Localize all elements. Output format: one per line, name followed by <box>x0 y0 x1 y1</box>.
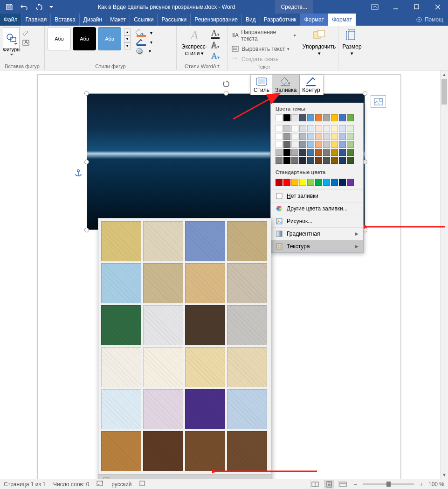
color-swatch[interactable] <box>307 179 314 186</box>
zoom-out-button[interactable]: − <box>352 481 359 488</box>
color-swatch[interactable] <box>276 179 283 186</box>
style-swatch[interactable]: Абв <box>48 27 71 50</box>
color-swatch[interactable] <box>299 133 306 140</box>
texture-swatch[interactable] <box>101 305 141 345</box>
zoom-slider[interactable] <box>363 483 414 485</box>
color-swatch[interactable] <box>283 149 290 156</box>
tab-layout[interactable]: Макет <box>106 14 130 26</box>
tab-insert[interactable]: Вставка <box>51 14 80 26</box>
color-swatch[interactable] <box>276 125 283 132</box>
color-swatch[interactable] <box>331 179 338 186</box>
mini-style-button[interactable]: Стиль <box>251 75 272 95</box>
texture-swatch[interactable] <box>143 263 183 303</box>
color-swatch[interactable] <box>347 133 354 140</box>
spellcheck-button[interactable] <box>96 480 104 488</box>
color-swatch[interactable] <box>315 179 322 186</box>
tab-developer[interactable]: Разработчик <box>260 14 301 26</box>
color-swatch[interactable] <box>291 141 298 148</box>
close-button[interactable] <box>427 0 448 14</box>
redo-button[interactable] <box>33 1 46 13</box>
texture-swatch[interactable] <box>185 347 225 387</box>
color-swatch[interactable] <box>339 141 346 148</box>
maximize-button[interactable] <box>406 0 427 14</box>
texture-swatch[interactable] <box>227 347 267 387</box>
tab-format-shape[interactable]: Формат <box>328 14 356 26</box>
text-effects-button[interactable]: A▾ <box>211 52 220 60</box>
resize-handle[interactable] <box>84 228 89 232</box>
gallery-up[interactable]: ▴ <box>124 28 131 35</box>
zoom-level[interactable]: 100 % <box>428 481 444 488</box>
tab-home[interactable]: Главная <box>22 14 51 26</box>
color-swatch[interactable] <box>347 149 354 156</box>
texture-swatch[interactable] <box>185 431 225 471</box>
color-swatch[interactable] <box>299 179 306 186</box>
color-swatch[interactable] <box>307 114 314 121</box>
color-swatch[interactable] <box>307 125 314 132</box>
color-swatch[interactable] <box>276 157 283 164</box>
style-swatch[interactable]: Абв <box>98 27 121 50</box>
rotate-handle[interactable] <box>222 80 230 88</box>
qat-customize[interactable] <box>48 1 55 13</box>
color-swatch[interactable] <box>331 157 338 164</box>
texture-swatch[interactable] <box>227 263 267 303</box>
texture-swatch[interactable] <box>227 221 267 261</box>
color-swatch[interactable] <box>323 114 330 121</box>
ribbon-options-button[interactable] <box>364 0 385 14</box>
color-swatch[interactable] <box>307 133 314 140</box>
color-swatch[interactable] <box>323 125 330 132</box>
color-swatch[interactable] <box>315 114 322 121</box>
texture-swatch[interactable] <box>143 389 183 429</box>
color-swatch[interactable] <box>323 141 330 148</box>
color-swatch[interactable] <box>283 179 290 186</box>
color-swatch[interactable] <box>339 133 346 140</box>
color-swatch[interactable] <box>339 114 346 121</box>
shapes-gallery[interactable] <box>3 27 20 49</box>
color-swatch[interactable] <box>339 179 346 186</box>
text-outline-button[interactable]: A▾ <box>211 41 220 49</box>
color-swatch[interactable] <box>291 149 298 156</box>
color-swatch[interactable] <box>323 133 330 140</box>
color-swatch[interactable] <box>347 179 354 186</box>
page-count[interactable]: Страница 1 из 1 <box>4 481 46 488</box>
color-swatch[interactable] <box>347 157 354 164</box>
scroll-thumb[interactable] <box>441 79 447 105</box>
color-swatch[interactable] <box>347 141 354 148</box>
color-swatch[interactable] <box>299 125 306 132</box>
texture-swatch[interactable] <box>101 347 141 387</box>
style-swatch[interactable]: Абв <box>73 27 96 50</box>
color-swatch[interactable] <box>323 149 330 156</box>
color-swatch[interactable] <box>331 114 338 121</box>
color-swatch[interactable] <box>307 149 314 156</box>
tab-view[interactable]: Вид <box>242 14 260 26</box>
texture-swatch[interactable] <box>143 221 183 261</box>
color-swatch[interactable] <box>276 141 283 148</box>
read-mode-button[interactable] <box>310 480 320 489</box>
tab-review[interactable]: Рецензирование <box>191 14 242 26</box>
language-button[interactable]: русский <box>111 481 131 488</box>
color-swatch[interactable] <box>291 157 298 164</box>
texture-swatch[interactable] <box>101 263 141 303</box>
texture-swatch[interactable] <box>227 431 267 471</box>
color-swatch[interactable] <box>315 133 322 140</box>
color-swatch[interactable] <box>347 125 354 132</box>
tab-design[interactable]: Дизайн <box>80 14 106 26</box>
minimize-button[interactable] <box>385 0 406 14</box>
color-swatch[interactable] <box>323 179 330 186</box>
color-swatch[interactable] <box>307 141 314 148</box>
size-button[interactable]: Размер▾ <box>341 27 363 57</box>
text-direction-button[interactable]: ⅡA Направление текста ▾ <box>231 28 297 42</box>
zoom-in-button[interactable]: + <box>418 481 425 488</box>
texture-swatch[interactable] <box>101 431 141 471</box>
color-swatch[interactable] <box>291 114 298 121</box>
align-text-button[interactable]: Выровнять текст ▾ <box>231 45 297 53</box>
color-swatch[interactable] <box>307 157 314 164</box>
color-swatch[interactable] <box>291 125 298 132</box>
undo-button[interactable] <box>18 1 31 13</box>
color-swatch[interactable] <box>299 149 306 156</box>
account-area[interactable] <box>313 0 364 14</box>
tab-mailings[interactable]: Рассылки <box>158 14 191 26</box>
color-swatch[interactable] <box>283 141 290 148</box>
mini-outline-button[interactable]: Контур <box>299 75 323 95</box>
color-swatch[interactable] <box>315 157 322 164</box>
layout-options-button[interactable] <box>371 95 386 108</box>
